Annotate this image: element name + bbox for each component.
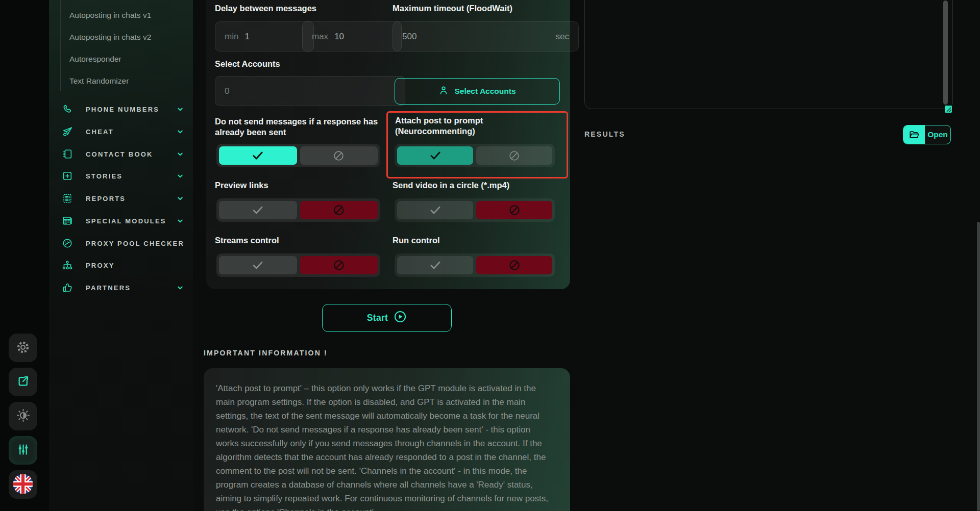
chevron-down-icon — [176, 127, 185, 136]
log-output-panel[interactable] — [584, 0, 953, 109]
toggle-preview-links — [216, 198, 380, 222]
chevron-down-icon — [176, 216, 185, 225]
report-icon — [61, 192, 74, 205]
phone-icon — [61, 103, 74, 115]
theme-button[interactable] — [9, 402, 37, 430]
toggle-label-run-control: Run control — [393, 235, 440, 246]
settings-card: Delay between messages min 1 max 10 Maxi… — [206, 0, 570, 289]
sidebar-item-proxy-pool-checker[interactable]: PROXY POOL CHECKER — [49, 232, 193, 254]
toggle-label-no-resend: Do not send messages if a response has a… — [215, 116, 385, 138]
sidebar-item-autoresponder[interactable]: Autoresponder — [69, 52, 121, 66]
toggle-enable-button[interactable] — [219, 146, 297, 165]
paper-plane-icon — [61, 125, 74, 138]
submenu-indent-line — [60, 0, 61, 91]
play-icon — [394, 310, 407, 326]
sidebar-item-partners[interactable]: PARTNERS — [49, 276, 193, 299]
settings-button[interactable] — [9, 334, 37, 362]
sidebar-item-autoposting-v1[interactable]: Autoposting in chats v1 — [69, 8, 151, 22]
sidebar-item-stories[interactable]: STORIES — [49, 165, 193, 187]
toggle-enable-button[interactable] — [397, 256, 473, 274]
equalizer-button[interactable] — [9, 436, 37, 465]
panel-resize-grip[interactable] — [945, 106, 952, 113]
sidebar-item-phone-numbers[interactable]: PHONE NUMBERS — [49, 98, 193, 120]
toggle-no-resend — [216, 144, 380, 167]
important-info-card: 'Attach post to prompt' – this option on… — [204, 368, 570, 511]
results-heading: RESULTS — [584, 130, 625, 138]
start-button[interactable]: Start — [322, 304, 452, 332]
sidebar-item-autoposting-v2[interactable]: Autoposting in chats v2 — [69, 30, 151, 44]
folder-icon — [903, 125, 925, 144]
chevron-down-icon — [176, 171, 185, 181]
sidebar-item-proxy[interactable]: PROXY — [49, 254, 193, 276]
toggle-label-preview-links: Preview links — [215, 180, 268, 191]
chevron-down-icon — [176, 149, 185, 159]
language-button[interactable] — [9, 470, 37, 499]
select-accounts-button[interactable]: Select Accounts — [395, 78, 560, 105]
toggle-label-attach-post: Attach post to prompt (Neurocommenting) — [395, 115, 510, 137]
chevron-down-icon — [176, 194, 185, 203]
toggle-enable-button[interactable] — [219, 201, 297, 219]
sidebar-item-contact-book[interactable]: CONTACT BOOK — [49, 143, 193, 165]
open-results-button[interactable]: Open — [903, 125, 951, 144]
toggle-disable-button[interactable] — [300, 256, 378, 274]
notebook-icon — [61, 148, 74, 160]
delay-label: Delay between messages — [215, 3, 316, 14]
gauge-icon — [61, 237, 74, 249]
toggle-attach-post — [395, 144, 555, 167]
toggle-disable-button[interactable] — [476, 201, 552, 219]
sidebar-item-cheat[interactable]: CHEAT — [49, 120, 193, 143]
uk-flag-icon — [13, 474, 33, 496]
toggle-disable-button[interactable] — [300, 146, 378, 165]
sidebar-item-text-randomizer[interactable]: Text Randomizer — [69, 74, 129, 88]
network-icon — [61, 259, 74, 271]
toggle-label-streams-control: Streams control — [215, 235, 279, 246]
square-plus-icon — [61, 170, 74, 182]
chevron-down-icon — [176, 105, 185, 114]
toggle-disable-button[interactable] — [476, 146, 552, 165]
sidebar-item-reports[interactable]: REPORTS — [49, 187, 193, 210]
delay-min-input[interactable]: min 1 — [215, 21, 314, 52]
toggle-enable-button[interactable] — [219, 256, 297, 274]
brightness-icon — [16, 408, 31, 424]
external-link-icon — [16, 374, 30, 390]
important-info-heading: IMPORTANT INFORMATION ! — [204, 349, 328, 357]
sidebar: Autoposting in chats v1 Autoposting in c… — [49, 0, 193, 511]
chevron-down-icon — [176, 283, 185, 292]
accounts-count-input[interactable]: 0 — [215, 76, 405, 106]
select-accounts-label: Select Accounts — [215, 59, 280, 69]
sidebar-item-special-modules[interactable]: SPECIAL MODULES — [49, 210, 193, 232]
thumbs-up-icon — [61, 282, 74, 294]
delay-max-input[interactable]: max 10 — [302, 21, 402, 52]
page-scrollbar[interactable] — [977, 222, 980, 511]
toggle-streams-control — [216, 253, 380, 277]
important-info-text: 'Attach post to prompt' – this option on… — [204, 368, 570, 511]
person-icon — [438, 85, 449, 97]
timeout-label: Maximum timeout (FloodWait) — [393, 3, 512, 14]
toggle-disable-button[interactable] — [300, 201, 378, 219]
toggle-video-circle — [395, 198, 555, 222]
toggle-disable-button[interactable] — [476, 256, 552, 274]
panel-scrollbar-thumb[interactable] — [943, 1, 948, 105]
sliders-icon — [16, 443, 30, 458]
external-link-button[interactable] — [9, 368, 37, 396]
modules-icon — [61, 215, 74, 227]
app-root: Autoposting in chats v1 Autoposting in c… — [0, 0, 980, 511]
toggle-enable-button[interactable] — [397, 201, 473, 219]
gear-icon — [15, 340, 31, 356]
toggle-run-control — [395, 253, 555, 277]
timeout-input[interactable]: 500 sec — [393, 21, 579, 52]
toggle-enable-button[interactable] — [397, 146, 473, 165]
left-rail — [0, 0, 49, 511]
toggle-label-video-circle: Send video in a circle (*.mp4) — [393, 180, 509, 191]
